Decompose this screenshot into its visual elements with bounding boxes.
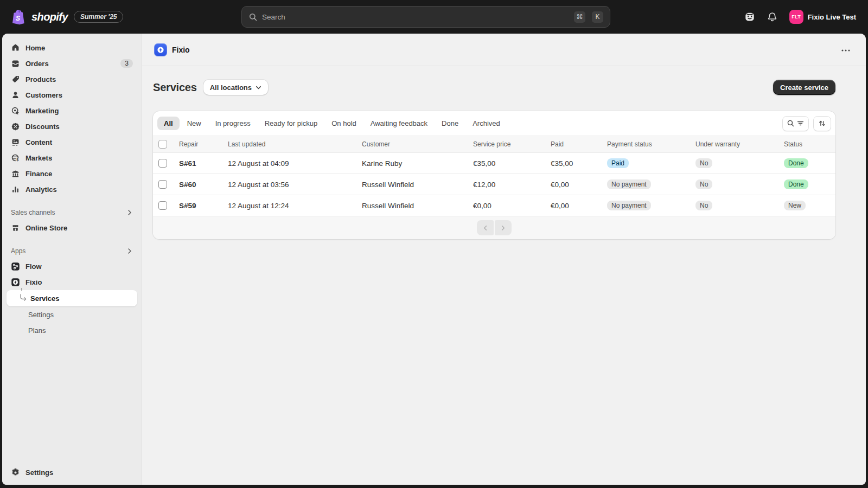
app-frame: Home Orders 3 Products Customers Marketi… [2,34,866,485]
chevron-down-icon [256,85,261,91]
services-table-card: All New In progress Ready for pickup On … [153,111,835,239]
select-row-checkbox[interactable] [158,180,167,189]
status-badge: New [784,201,806,210]
payment-status-badge: Paid [607,158,629,168]
sidebar-item-fixio-plans[interactable]: Plans [7,323,137,338]
apps-section-header[interactable]: Apps [7,243,137,259]
sidebar-item-customers[interactable]: Customers [7,87,137,102]
tab-awaiting-feedback[interactable]: Awaiting feedback [364,117,434,130]
select-row-checkbox[interactable] [158,201,167,210]
service-price: €0,00 [467,202,544,210]
sidebar-item-finance[interactable]: Finance [7,166,137,181]
table-actions [782,116,831,131]
tab-in-progress[interactable]: In progress [209,117,257,130]
tab-all[interactable]: All [157,117,180,130]
shortcut-cmd-key: ⌘ [574,11,585,23]
column-header-status[interactable]: Status [777,140,835,148]
sidebar-item-flow[interactable]: Flow [7,259,137,274]
filter-icon [796,119,805,127]
sidebar-item-products[interactable]: Products [7,72,137,87]
tab-on-hold[interactable]: On hold [325,117,363,130]
tab-archived[interactable]: Archived [466,117,507,130]
svg-text:S: S [16,15,20,22]
sidebar-item-label: Online Store [25,224,67,232]
status-badge: Done [784,179,808,189]
sidebar-item-home[interactable]: Home [7,40,137,55]
search-placeholder: Search [262,13,570,21]
topbar-actions: FLT Fixio Live Test [741,0,859,34]
create-service-button[interactable]: Create service [773,80,835,95]
sidebar-item-orders[interactable]: Orders 3 [7,56,137,71]
sidebar-item-settings[interactable]: Settings [7,465,137,480]
tab-ready-for-pickup[interactable]: Ready for pickup [258,117,324,130]
app-options-button[interactable] [838,42,854,57]
pagination-next-button[interactable] [495,220,512,235]
sidebar-item-content[interactable]: Content [7,134,137,150]
sidekick-button[interactable] [741,8,759,26]
sidebar-item-discounts[interactable]: Discounts [7,119,137,134]
edition-badge[interactable]: Summer '25 [74,11,124,23]
select-row-checkbox[interactable] [158,159,167,168]
shopify-wordmark: shopify [31,11,68,23]
shopify-logo[interactable]: S shopify Summer '25 [0,9,123,25]
column-header-paid[interactable]: Paid [544,140,601,148]
notifications-button[interactable] [763,8,782,26]
chevron-right-icon [126,209,133,216]
column-header-repair[interactable]: Repair [173,140,221,148]
repair-id[interactable]: S#59 [173,202,221,210]
payment-status-badge: No payment [607,201,651,210]
repair-id[interactable]: S#60 [173,181,221,189]
column-header-service-price[interactable]: Service price [467,140,544,148]
sidebar-item-label: Discounts [25,123,60,131]
table-row[interactable]: S#59 12 August at 12:24 Russell Winfield… [153,195,835,216]
column-header-last-updated[interactable]: Last updated [221,140,355,148]
sidebar-item-analytics[interactable]: Analytics [7,182,137,197]
column-header-payment-status[interactable]: Payment status [601,140,689,148]
sidebar-item-label: Marketing [25,107,59,115]
column-header-under-warranty[interactable]: Under warranty [689,140,777,148]
main-content: Fixio Services All locations Create serv… [142,34,866,485]
sidebar-item-online-store[interactable]: Online Store [7,220,137,235]
last-updated: 12 August at 03:56 [221,181,355,189]
under-warranty-badge: No [695,179,712,189]
sidebar-item-marketing[interactable]: Marketing [7,103,137,118]
sidebar-item-services[interactable]: Services [7,290,137,306]
chevron-left-icon [482,225,488,231]
account-name: Fixio Live Test [808,13,856,21]
sidebar-item-markets[interactable]: $ Markets [7,150,137,165]
select-all-checkbox[interactable] [158,140,167,149]
pagination-prev-button[interactable] [477,220,494,235]
sidebar-item-label: Markets [25,154,52,162]
service-price: €35,00 [467,159,544,168]
sidebar: Home Orders 3 Products Customers Marketi… [2,34,142,485]
horizontal-dots-icon [841,49,851,52]
sidebar-item-label: Analytics [25,185,57,194]
status-badge: Done [784,158,808,168]
sidebar-item-fixio-settings[interactable]: Settings [7,307,137,322]
column-header-customer[interactable]: Customer [355,140,467,148]
tab-new[interactable]: New [181,117,208,130]
search-icon [787,119,795,127]
account-menu[interactable]: FLT Fixio Live Test [786,8,859,26]
last-updated: 12 August at 12:24 [221,202,355,210]
sales-channels-section-header[interactable]: Sales channels [7,205,137,220]
discounts-icon [11,122,20,131]
sort-button[interactable] [813,116,831,131]
subnav-arrow-icon [20,294,28,303]
global-search-input[interactable]: Search ⌘ K [241,6,610,28]
table-pagination [153,216,835,239]
sidebar-item-fixio[interactable]: Fixio [7,274,137,290]
repair-id[interactable]: S#61 [173,159,221,168]
gear-icon [11,468,20,477]
page-content: Services All locations Create service Al… [142,66,866,239]
table-row[interactable]: S#61 12 August at 04:09 Karine Ruby €35,… [153,153,835,174]
customer-name: Russell Winfield [355,202,467,210]
sidebar-item-label: Settings [28,311,54,319]
search-and-filter-button[interactable] [782,116,809,131]
orders-icon [11,59,20,68]
table-row[interactable]: S#60 12 August at 03:56 Russell Winfield… [153,174,835,195]
account-avatar: FLT [789,10,803,24]
location-filter-button[interactable]: All locations [203,80,268,95]
marketing-icon [11,106,20,115]
tab-done[interactable]: Done [435,117,465,130]
